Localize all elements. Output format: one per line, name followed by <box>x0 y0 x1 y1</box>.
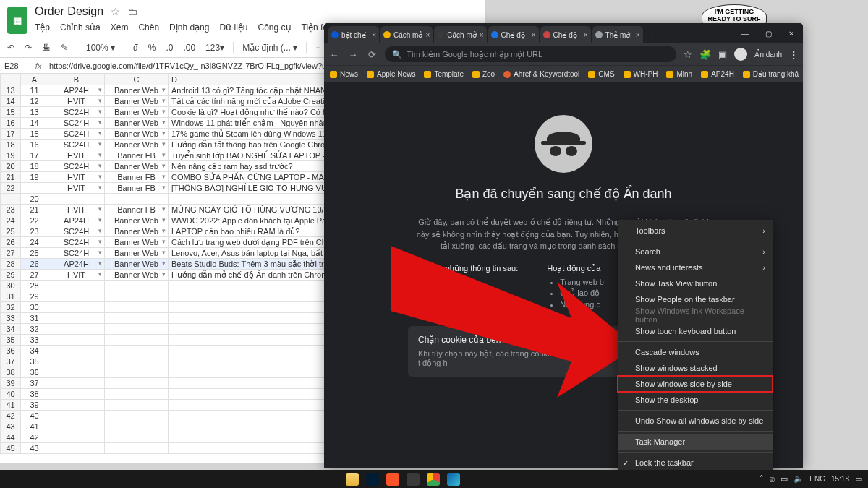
cell[interactable] <box>48 346 105 356</box>
cell[interactable]: 31 <box>21 313 48 324</box>
ctx-task-manager[interactable]: Task Manager <box>618 434 773 450</box>
cell[interactable]: 33 <box>21 335 48 346</box>
bookmark-item[interactable]: CMS <box>588 70 614 78</box>
ctx-news-and-interests[interactable]: News and interests <box>618 260 773 275</box>
cell[interactable]: Banner FB <box>105 205 169 215</box>
cell[interactable] <box>48 302 105 313</box>
inc-dec-icon[interactable]: .00 <box>182 43 197 53</box>
cell[interactable] <box>105 411 169 421</box>
cell[interactable] <box>105 324 169 335</box>
ctx-cascade-windows[interactable]: Cascade windows <box>618 344 773 360</box>
ctx-toolbars[interactable]: Toolbars <box>618 223 773 239</box>
redo-icon[interactable]: ↷ <box>23 43 33 53</box>
cell[interactable]: SC24H <box>48 161 105 172</box>
ctx-show-the-desktop[interactable]: Show the desktop <box>618 392 773 408</box>
cell[interactable]: Banner Web <box>105 259 169 270</box>
cell[interactable] <box>105 432 169 443</box>
notifications-icon[interactable]: ▭ <box>855 474 862 484</box>
cell[interactable] <box>48 335 105 346</box>
cell[interactable]: AP24H <box>48 85 105 96</box>
cell[interactable]: 11 <box>21 85 48 96</box>
cell[interactable]: SC24H <box>48 237 105 248</box>
cell[interactable] <box>48 313 105 324</box>
ctx-show-task-view-button[interactable]: Show Task View button <box>618 275 773 291</box>
cell[interactable] <box>105 443 169 454</box>
tab-close-icon[interactable]: × <box>425 31 430 39</box>
menu-chỉnh sửa[interactable]: Chỉnh sửa <box>60 22 101 33</box>
incognito-indicator[interactable]: Ẩn danh <box>754 51 782 59</box>
browser-tab[interactable]: Cách mở× <box>380 26 433 43</box>
minimize-icon[interactable]: — <box>733 23 757 43</box>
cell[interactable]: Banner Web <box>105 85 169 96</box>
cell[interactable]: 37 <box>21 378 48 389</box>
cell[interactable]: 25 <box>21 248 48 259</box>
bookmark-item[interactable]: WH-PH <box>624 70 658 78</box>
cell[interactable] <box>105 346 169 356</box>
file-explorer-icon[interactable] <box>346 473 359 486</box>
browser-tab[interactable]: Thẻ mới× <box>592 26 643 43</box>
extensions-icon[interactable]: 🧩 <box>699 49 711 60</box>
cell[interactable]: 22 <box>21 215 48 226</box>
tab-close-icon[interactable]: × <box>372 31 376 39</box>
format-123[interactable]: 123▾ <box>204 43 226 53</box>
cell[interactable]: Banner Web <box>105 161 169 172</box>
col-header-A[interactable]: A <box>21 74 48 85</box>
bookmark-item[interactable]: Apple News <box>367 70 415 78</box>
ctx-show-windows-side-by-side[interactable]: Show windows side by side <box>618 376 773 392</box>
cell[interactable] <box>105 400 169 411</box>
bookmark-item[interactable]: Ahref & Keywordtool <box>503 70 579 78</box>
cell[interactable] <box>105 356 169 367</box>
cell[interactable]: 19 <box>21 172 48 183</box>
cell[interactable] <box>105 389 169 400</box>
cell[interactable]: 26 <box>21 259 48 270</box>
tab-close-icon[interactable]: × <box>584 31 588 39</box>
browser-tab[interactable]: Cách mở× <box>434 26 486 43</box>
ctx-show-people-on-the-taskbar[interactable]: Show People on the taskbar <box>618 291 773 307</box>
cell[interactable]: 32 <box>21 324 48 335</box>
cell[interactable]: 23 <box>21 226 48 237</box>
bookmark-item[interactable]: AP24H <box>701 70 734 78</box>
ctx-show-touch-keyboard-button[interactable]: Show touch keyboard button <box>618 323 773 339</box>
bookmark-item[interactable]: Minh <box>666 70 692 78</box>
cell[interactable]: 39 <box>21 400 48 411</box>
cell[interactable]: Banner Web <box>105 248 169 259</box>
cell[interactable]: Banner Web <box>105 215 169 226</box>
col-header-C[interactable]: C <box>105 74 169 85</box>
cell[interactable]: Banner Web <box>105 96 169 107</box>
cell[interactable] <box>21 183 48 194</box>
reading-list-icon[interactable]: ▣ <box>718 49 727 60</box>
cell[interactable]: HVIT <box>48 96 105 107</box>
ctx-show-windows-stacked[interactable]: Show windows stacked <box>618 360 773 376</box>
cell[interactable] <box>48 378 105 389</box>
cell[interactable] <box>105 313 169 324</box>
menu-công cụ[interactable]: Công cụ <box>258 22 291 33</box>
cell[interactable] <box>105 281 169 291</box>
font-dec-icon[interactable]: − <box>314 43 322 53</box>
cell[interactable]: 36 <box>21 367 48 378</box>
cell[interactable]: Banner FB <box>105 183 169 194</box>
menu-icon[interactable]: ⋮ <box>789 49 799 60</box>
ctx-lock-the-taskbar[interactable]: Lock the taskbar <box>618 455 773 471</box>
cell[interactable]: 18 <box>21 161 48 172</box>
cell[interactable]: 38 <box>21 389 48 400</box>
reload-icon[interactable]: ⟳ <box>366 49 378 60</box>
cell[interactable]: Banner Web <box>105 118 169 129</box>
print-icon[interactable]: 🖶 <box>41 43 52 53</box>
cell[interactable]: AP24H <box>48 215 105 226</box>
move-icon[interactable]: 🗀 <box>127 6 137 17</box>
cell[interactable] <box>48 389 105 400</box>
cell[interactable]: 17 <box>21 150 48 161</box>
cell[interactable]: HVIT <box>48 172 105 183</box>
battery-icon[interactable]: ▭ <box>780 474 788 484</box>
cell[interactable] <box>48 194 105 205</box>
tray-chevron-icon[interactable]: ˄ <box>760 474 764 484</box>
menu-chèn[interactable]: Chèn <box>138 22 159 33</box>
cell[interactable] <box>105 302 169 313</box>
cell[interactable]: HVIT <box>48 150 105 161</box>
browser-tab[interactable]: Chế độ× <box>540 26 591 43</box>
browser-tab[interactable]: Chế độ× <box>488 26 539 43</box>
cell[interactable]: 40 <box>21 411 48 421</box>
menu-xem[interactable]: Xem <box>111 22 129 33</box>
cell[interactable]: 21 <box>21 205 48 215</box>
cell[interactable]: Banner Web <box>105 107 169 118</box>
